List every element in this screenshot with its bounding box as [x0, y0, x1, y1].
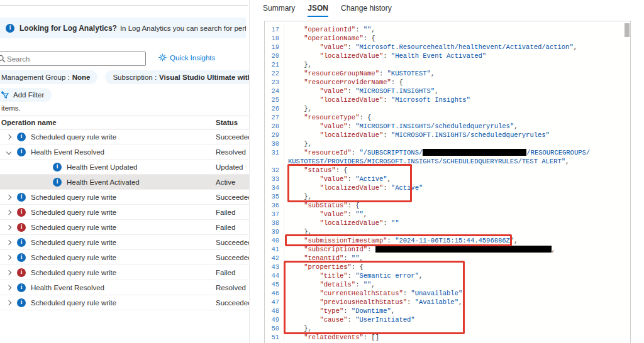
- log-analytics-banner: i Looking for Log Analytics? In Log Anal…: [0, 18, 246, 38]
- tab-json[interactable]: JSON: [308, 4, 328, 17]
- table-row[interactable]: iScheduled query rule writeFailed: [0, 265, 250, 280]
- table-row[interactable]: iScheduled query rule writeSucceeded: [0, 295, 250, 310]
- chevron-down-icon[interactable]: [3, 146, 14, 158]
- info-icon: i: [17, 283, 26, 292]
- operation-name: Health Event Resolved: [31, 148, 104, 156]
- line-number: 26: [265, 104, 284, 113]
- code-line: 42 "tenantId": "",: [265, 254, 630, 263]
- code-line: 43 "properties": {: [265, 263, 630, 271]
- code-line: 50 },: [265, 324, 630, 333]
- line-number: 41: [265, 245, 284, 254]
- code-line: 27 "resourceType": {: [265, 113, 630, 122]
- lightbulb-icon: [158, 53, 167, 62]
- code-line: 23 "resourceProviderName": {: [265, 78, 630, 87]
- table-row[interactable]: iHealth Event ResolvedResolved: [0, 280, 250, 295]
- table-row[interactable]: iHealth Event ResolvedResolved: [0, 144, 250, 160]
- add-filter-button[interactable]: Add Filter: [0, 88, 52, 102]
- operation-name-cell: iScheduled query rule write: [0, 297, 216, 308]
- table-row[interactable]: iHealth Event UpdatedUpdated: [0, 160, 250, 175]
- table-row[interactable]: iScheduled query rule writeSucceeded: [0, 129, 250, 144]
- filter-pill-management-group[interactable]: Management Group : None: [0, 70, 97, 84]
- line-number: 48: [265, 307, 284, 315]
- quick-insights-button[interactable]: Quick Insights: [158, 53, 215, 62]
- operation-name: Scheduled query rule write: [31, 209, 116, 216]
- code-text: "type": "Downtime",: [284, 307, 395, 315]
- code-text: "operationId": "",: [284, 25, 375, 34]
- chevron-right-icon[interactable]: [3, 267, 14, 278]
- chevron-right-icon[interactable]: [3, 282, 14, 293]
- table-row[interactable]: iHealth Event ActivatedActive: [0, 175, 250, 190]
- table-row[interactable]: iScheduled query rule writeSucceeded: [0, 250, 250, 265]
- search-input[interactable]: [0, 52, 146, 66]
- error-info-icon: i: [17, 223, 26, 232]
- chevron-right-icon[interactable]: [3, 131, 14, 143]
- chevron-right-icon[interactable]: [3, 192, 14, 203]
- json-code: 17 "operationId": "",18 "operationName":…: [265, 21, 630, 342]
- code-line: 48 "type": "Downtime",: [265, 307, 630, 315]
- operation-name: Health Event Updated: [67, 163, 138, 171]
- column-header-status[interactable]: Status: [216, 119, 250, 126]
- code-line: 32 "status": {: [265, 166, 630, 175]
- chevron-right-icon[interactable]: [3, 237, 14, 248]
- table-row[interactable]: iScheduled query rule writeFailed: [0, 205, 250, 220]
- line-number: 25: [265, 95, 284, 104]
- code-text: },: [284, 60, 312, 69]
- line-number: 35: [265, 192, 284, 201]
- table-row[interactable]: iScheduled query rule writeSucceeded: [0, 190, 250, 205]
- line-number: 18: [265, 34, 284, 43]
- code-line: 38 "localizedValue": "": [265, 219, 630, 227]
- table-row[interactable]: iScheduled query rule writeSucceeded: [0, 235, 250, 250]
- detail-tabs: Summary JSON Change history: [263, 4, 392, 17]
- code-text: "resourceType": {: [284, 113, 371, 122]
- code-line: 44 "title": "Semantic error",: [265, 271, 630, 280]
- operation-name-cell: iScheduled query rule write: [0, 131, 216, 143]
- code-text: "details": "",: [284, 280, 375, 289]
- filter-pill-subscription[interactable]: Subscription : Visual Studio Ultimate wi…: [105, 70, 250, 84]
- code-line: 24 "value": "MICROSOFT.INSIGHTS",: [265, 87, 630, 95]
- code-text: "subscriptionId": ,: [284, 245, 555, 254]
- code-text: "properties": {: [284, 263, 364, 271]
- code-line: 20 "localizedValue": "Health Event Activ…: [265, 52, 630, 60]
- line-number: 51: [265, 333, 284, 342]
- code-text: "value": "Active",: [284, 175, 391, 183]
- chevron-right-icon[interactable]: [3, 207, 14, 218]
- code-line: 33 "value": "Active",: [265, 175, 630, 183]
- code-line: 28 "value": "MICROSOFT.INSIGHTS/schedule…: [265, 122, 630, 131]
- column-header-operation-name[interactable]: Operation name: [0, 119, 216, 126]
- code-line: 26 },: [265, 104, 630, 113]
- line-number: 34: [265, 183, 284, 192]
- code-line: 40 "submissionTimestamp": "2024-11-06T15…: [265, 236, 630, 245]
- code-text: "tenantId": "",: [284, 254, 364, 263]
- chevron-right-icon[interactable]: [3, 297, 14, 308]
- code-line: 22 "resourceGroupName": "KUSTOTEST",: [265, 69, 630, 78]
- tab-summary[interactable]: Summary: [263, 4, 295, 17]
- add-filter-label: Add Filter: [13, 91, 44, 99]
- chevron-right-icon[interactable]: [3, 222, 14, 233]
- info-icon: i: [53, 178, 62, 187]
- filter-label: Subscription :: [113, 74, 157, 81]
- code-text: "submissionTimestamp": "2024-11-06T15:15…: [284, 236, 518, 245]
- tab-change-history[interactable]: Change history: [341, 4, 392, 17]
- table-row[interactable]: iScheduled query rule writeFailed: [0, 220, 250, 235]
- line-number: 20: [265, 52, 284, 60]
- line-number: 50: [265, 324, 284, 333]
- chevron-right-icon[interactable]: [3, 252, 14, 263]
- code-text: },: [284, 227, 312, 236]
- code-text: "operationName": {: [284, 34, 375, 43]
- redaction-bar: [423, 149, 526, 156]
- code-line: 21 },: [265, 60, 630, 69]
- code-text: "localizedValue": "MICROSOFT.INSIGHTS/sc…: [284, 131, 550, 139]
- status-cell: Resolved: [216, 148, 250, 156]
- search-row: Quick Insights: [0, 52, 246, 67]
- scrollbar-thumb[interactable]: [625, 23, 630, 37]
- code-line: 45 "details": "",: [265, 280, 630, 289]
- line-number: 27: [265, 113, 284, 122]
- status-cell: Failed: [216, 269, 250, 276]
- code-text: "currentHealthStatus": "Unavailable",: [284, 289, 467, 298]
- operation-name: Health Event Activated: [67, 178, 140, 186]
- operation-name: Scheduled query rule write: [31, 254, 116, 261]
- code-text: "resourceGroupName": "KUSTOTEST",: [284, 69, 435, 78]
- line-number: 40: [265, 236, 284, 245]
- status-cell: Succeeded: [216, 254, 250, 261]
- info-icon: i: [17, 193, 26, 202]
